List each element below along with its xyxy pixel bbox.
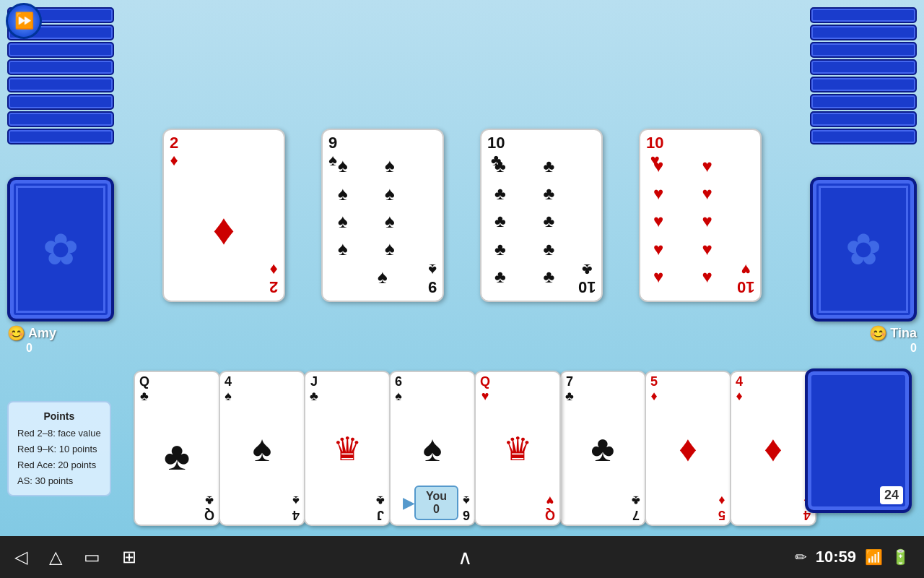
- hand-card-6[interactable]: 7♣ ♣ 7♣: [559, 371, 646, 526]
- time-display: 10:59: [816, 548, 856, 566]
- battery-icon: 🔋: [892, 548, 910, 566]
- deck-row: [810, 94, 917, 110]
- discard-pile[interactable]: 24: [805, 368, 917, 527]
- scan-button[interactable]: ⊞: [122, 547, 136, 567]
- player-tina-area: 😊 Tina 0: [810, 177, 917, 355]
- card-rank-bottom: 9 ♠: [428, 261, 437, 296]
- card-rank-bottom: 2 ♦: [269, 261, 278, 296]
- play-card-4[interactable]: 10 ♥ ♥♥ ♥♥ ♥♥ ♥♥ ♥♥ 10 ♥: [639, 129, 762, 302]
- card-rank-bottom: Q♣: [204, 493, 214, 522]
- card-rank: 6♠: [395, 375, 402, 404]
- card-center: ♠♠ ♠♠ ♠♠ ♠♠ ♠: [327, 134, 438, 296]
- card-rank: 4♦: [736, 375, 743, 404]
- card-rank: J♣: [310, 375, 318, 404]
- card-rank-bottom: 5♦: [718, 493, 725, 522]
- points-title: Points: [17, 408, 101, 426]
- nav-right-area: ✏ 10:59 📶 🔋: [795, 548, 910, 566]
- card-rank-bottom: 4♠: [292, 493, 300, 522]
- deck-row: [810, 111, 917, 127]
- play-card-1[interactable]: 2 ♦ ♦ 2 ♦: [162, 129, 285, 302]
- points-line-3: Red Ace: 20 points: [17, 457, 101, 473]
- nav-bar: ◁ △ ▭ ⊞ ∧ ✏ 10:59 📶 🔋: [0, 536, 924, 578]
- card-rank-bottom: J♣: [376, 493, 385, 522]
- recent-button[interactable]: ▭: [84, 547, 100, 567]
- you-label: You: [426, 490, 447, 503]
- amy-score: 0: [26, 342, 114, 355]
- card-rank-bottom: 6♠: [463, 493, 470, 522]
- player-amy-area: 😊 Amy 0: [7, 177, 114, 355]
- deck-row: [7, 59, 114, 75]
- amy-card-back[interactable]: [7, 177, 114, 322]
- card-face: ♛: [333, 429, 362, 467]
- card-rank-top: 10 ♥: [646, 134, 663, 169]
- card-face: ♦: [679, 428, 697, 470]
- hand-card-2[interactable]: 4♠ ♠ 4♠: [219, 371, 305, 526]
- play-card-2[interactable]: 9 ♠ ♠♠ ♠♠ ♠♠ ♠♠ ♠ 9 ♠: [321, 129, 444, 302]
- card-rank-bottom: 7♣: [632, 493, 640, 522]
- tina-score: 0: [910, 342, 917, 355]
- back-button[interactable]: ◁: [14, 547, 27, 567]
- hand-card-3[interactable]: J♣ ♛ J♣: [304, 371, 391, 526]
- home-button[interactable]: △: [49, 547, 62, 567]
- right-deck-top: [801, 7, 917, 181]
- deck-row: [7, 111, 114, 127]
- card-rank-top: 10 ♣: [487, 134, 505, 169]
- you-arrow-icon: ▶: [403, 494, 414, 512]
- you-tooltip: ▶ You 0: [414, 486, 458, 520]
- deck-row: [7, 42, 114, 58]
- hand-card-5[interactable]: Q♥ ♛ Q♥: [474, 371, 561, 526]
- tina-card-back[interactable]: [810, 177, 917, 322]
- card-rank: 4♠: [225, 375, 232, 404]
- card-rank: Q♥: [480, 375, 490, 404]
- top-play-area: 2 ♦ ♦ 2 ♦ 9 ♠ ♠♠ ♠♠ ♠♠ ♠♠ ♠ 9 ♠ 10: [134, 119, 790, 311]
- amy-name: Amy: [28, 326, 56, 341]
- card-center: ♦: [168, 134, 279, 296]
- fast-forward-button[interactable]: ⏩: [6, 3, 42, 39]
- card-face: ♣: [591, 428, 615, 470]
- tina-name: Tina: [890, 326, 917, 341]
- card-rank-bottom: 10 ♥: [737, 261, 754, 296]
- deck-row: [7, 77, 114, 92]
- points-line-1: Red 2–8: face value: [17, 426, 101, 441]
- card-rank: Q♣: [139, 375, 149, 404]
- nav-center-button[interactable]: ∧: [458, 545, 473, 569]
- hand-card-7[interactable]: 5♦ ♦ 5♦: [645, 371, 731, 526]
- points-info-box: Points Red 2–8: face value Red 9–K: 10 p…: [7, 401, 111, 496]
- card-face: ♠: [423, 428, 443, 470]
- card-rank-top: 2 ♦: [170, 134, 178, 169]
- card-rank-bottom: Q♥: [545, 493, 555, 522]
- deck-row: [7, 129, 114, 144]
- play-card-3[interactable]: 10 ♣ ♣♣ ♣♣ ♣♣ ♣♣ ♣♣ 10 ♣: [480, 129, 603, 302]
- points-line-2: Red 9–K: 10 points: [17, 441, 101, 457]
- card-face: ♦: [764, 428, 783, 470]
- card-face: ♛: [503, 429, 532, 467]
- deck-row: [810, 25, 917, 40]
- discard-count: 24: [880, 486, 903, 504]
- tina-emoji: 😊: [869, 324, 887, 342]
- card-rank: 7♣: [565, 375, 574, 404]
- deck-row: [810, 59, 917, 75]
- fast-forward-icon: ⏩: [14, 12, 34, 30]
- discard-card-back: 24: [805, 368, 912, 513]
- deck-row: [810, 42, 917, 58]
- card-rank-bottom: 10 ♣: [578, 261, 596, 296]
- hand-card-8[interactable]: 4♦ ♦ 4♦: [730, 371, 816, 526]
- points-line-4: AS: 30 points: [17, 473, 101, 489]
- pencil-icon: ✏: [795, 548, 807, 566]
- hand-card-1[interactable]: Q♣ ♣ Q♣: [134, 371, 220, 526]
- nav-left-icons: ◁ △ ▭ ⊞: [14, 547, 136, 567]
- amy-emoji: 😊: [7, 324, 25, 342]
- you-score: 0: [426, 503, 447, 516]
- card-face: ♣: [164, 436, 190, 476]
- deck-row: [7, 94, 114, 110]
- card-rank: 5♦: [650, 375, 658, 404]
- deck-row: [810, 129, 917, 144]
- wifi-icon: 📶: [865, 548, 883, 566]
- deck-row: [810, 7, 917, 23]
- card-rank-top: 9 ♠: [328, 134, 337, 169]
- deck-row: [810, 77, 917, 92]
- card-face: ♠: [253, 428, 272, 470]
